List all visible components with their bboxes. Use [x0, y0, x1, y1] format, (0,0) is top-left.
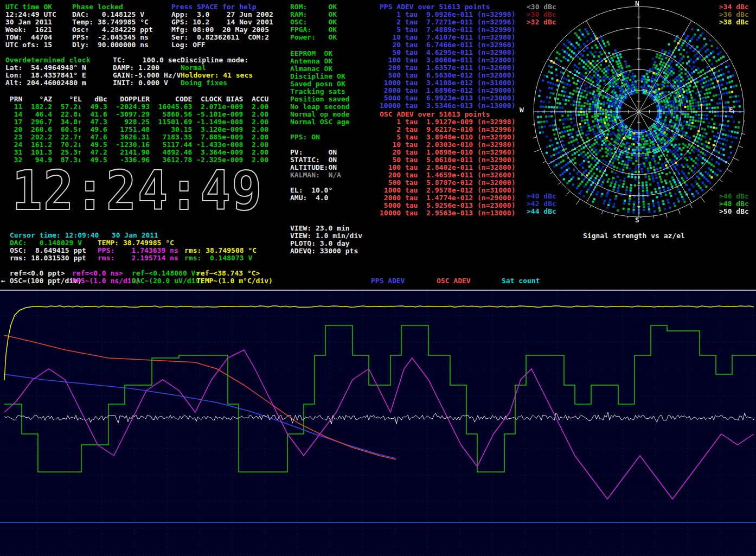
dbc-legend-item: >34 dBc [719, 3, 749, 11]
utc-line-0: 12:24:49 UTC [5, 11, 56, 18]
phase-header: Phase locked [72, 3, 153, 11]
sat-row: 31 101.3 25.3↑ 47.2 2141.90 4892.46 3.36… [5, 149, 268, 156]
adev-row: 500 tau 6.5630e-012 (n=32000) [380, 72, 515, 79]
cursor-readout-segment: rms: 38.749508 °C [184, 247, 257, 254]
gpsstat-line-7: No leap second [290, 103, 350, 111]
discipline-line-1: Holdover: 41 secs [181, 72, 253, 79]
ref-label-segment: DAC~(20.0 uV/div) [132, 277, 204, 285]
dbc-legend-bl: >40 dBc>42 dBc>44 dBc [527, 193, 556, 215]
osc-adev-title: OSC ADEV over 51613 points [380, 111, 515, 118]
ref-label-segment: OSC ADEV [437, 277, 471, 285]
adev-row: 50 tau 4.6295e-011 (n=32900) [380, 49, 515, 56]
loop-line-2: GAIN:-5.000 Hz/V [113, 72, 181, 79]
adev-row: 2000 tau 1.6896e-012 (n=29000) [380, 87, 515, 94]
gpsstat-line-2: Almanac OK [290, 65, 350, 73]
ppson-block: PPS: ON [290, 133, 320, 141]
gpsstat-line-5: Tracking sats [290, 88, 350, 95]
utc-line-1: 30 Jan 2011 [5, 18, 56, 26]
history-plot-svg [0, 289, 756, 556]
loop-line-1: DAMP: 1.200 [113, 64, 181, 72]
osc-adev-list: OSC ADEV over 51613 points 1 tau 1.9127e… [380, 111, 515, 217]
dbc-legend-tl: <30 dBc>30 dBc>32 dBc [527, 3, 556, 26]
phase-line-2: Osc↑ 4.284229 ppt [72, 26, 153, 34]
adev-row: 1000 tau 3.4108e-012 (n=31000) [380, 79, 515, 87]
compass-west-label: W [520, 106, 524, 114]
ref-label-segment: ref=<0.0 ns> [72, 270, 123, 277]
flags-block: PV: ONSTATIC: ONALTITUDE:ONKALMAN: N/A [290, 149, 341, 179]
ref-label-segment: PPS ADEV [371, 277, 405, 285]
cursor-readout-segment: OSC: 8.649415 ppt [10, 247, 86, 254]
elamu-block: EL: 10.0°AMU: 4.0 [290, 187, 332, 202]
adev-row: 200 tau 1.4659e-011 (n=32600) [380, 171, 515, 179]
adev-row: 1000 tau 2.9578e-012 (n=31000) [380, 187, 515, 194]
compass-east-label: E [729, 106, 733, 114]
dbc-legend-item: >46 dBc [719, 193, 749, 200]
gpsstat-line-1: Antenna OK [290, 57, 350, 65]
devstat-line-0: ROM: OK [290, 3, 337, 11]
cursor-readout-segment: rms: 0.148073 V [184, 254, 252, 262]
dbc-legend-item: >38 dBc [719, 18, 749, 26]
dbc-legend-item: >42 dBc [527, 200, 556, 208]
adev-row: 2000 tau 1.4774e-012 (n=29000) [380, 194, 515, 202]
plot-background [0, 289, 756, 556]
adev-row: 500 tau 5.8787e-012 (n=32000) [380, 179, 515, 187]
odclock-line-0: Lat: 54.4964948° N [5, 64, 91, 72]
sat-table-header: PRN °AZ °EL dBc DOPPLER CODE CLOCK BIAS … [5, 95, 268, 103]
ref-label-segment: TEMP~(1.0 m°C/div) [196, 277, 273, 285]
flags-line-1: STATIC: ON [290, 156, 341, 164]
sat-row: 20 260.6 60.5↑ 49.6 1751.48 30.15 3.120e… [5, 126, 268, 133]
adev-row: 5 tau 7.4889e-011 (n=32990) [380, 26, 515, 34]
lady-heather-screen: UTC time OK12:24:49 UTC30 Jan 2011Week: … [0, 0, 756, 556]
odclock-block: Overdetermined clockLat: 54.4964948° NLo… [5, 56, 91, 87]
utc-line-4: UTC ofs: 15 [5, 41, 56, 49]
view-block: VIEW: 23.0 minVIEW: 1.0 min/divPLOTQ: 3.… [290, 225, 362, 255]
devstat-line-3: FPGA: OK [290, 26, 337, 34]
discipline-line-2: Doing fixes [181, 79, 253, 87]
ppson-line-0: PPS: ON [290, 133, 320, 141]
phase-line-3: PPS↑ -2.045345 ns [72, 34, 153, 41]
odclock-line-1: Lon: 18.4337841° E [5, 72, 91, 79]
cursor-readout-segment: DAC: 0.148029 V [10, 239, 82, 247]
utc-line-3: TOW: 44704 [5, 34, 56, 41]
phase-line-4: Dly: 90.000000 ns [72, 41, 153, 49]
adev-row: 2 tau 9.6217e-010 (n=32996) [380, 126, 515, 133]
utc-header: UTC time OK [5, 3, 56, 11]
cursor-readout-segment: TEMP: 38.749985 °C [98, 239, 174, 247]
adev-row: 10000 tau 2.9563e-013 (n=13000) [380, 209, 515, 217]
odclock-line-2: Alt: 204.46002480 m [5, 79, 91, 87]
adev-row: 20 tau 6.7466e-011 (n=32960) [380, 41, 515, 49]
adev-row: 100 tau 2.8402e-011 (n=32800) [380, 164, 515, 171]
ref-label-segment: ref~<0.148060 V> [132, 270, 200, 277]
adev-row: 1 tau 9.0926e-011 (n=32998) [380, 11, 515, 18]
phase-line-1: Temp: 38.749985 °C [72, 18, 153, 26]
gpsstat-line-9: Normal OSC age [290, 118, 350, 126]
compass-south-label: S [635, 216, 639, 224]
history-plot-area[interactable] [0, 289, 756, 556]
signal-strength-polar-map [533, 5, 745, 218]
gpsstat-line-3: Discipline OK [290, 73, 350, 80]
discipline-header: Discipline mode: [181, 56, 253, 64]
cursor-readout-segment: rms: 18.031530 ppt [10, 254, 86, 262]
help-line-3: Ser: 0.82362611 COM:2 [171, 34, 273, 41]
loop-block: TC: 100.0 secDAMP: 1.200GAIN:-5.000 Hz/V… [113, 56, 181, 87]
adev-row: 100 tau 3.0060e-011 (n=32800) [380, 56, 515, 64]
utc-line-2: Week: 1621 [5, 26, 56, 34]
discipline-line-0: Normal [181, 64, 253, 72]
sat-row: 11 182.2 57.2↓ 49.3 -2024.93 16045.63 2.… [5, 103, 268, 111]
adev-row: 5000 tau 5.9256e-013 (n=23000) [380, 202, 515, 209]
dbc-legend-item: >40 dBc [527, 193, 556, 200]
gpsstat-line-8: Normal op mode [290, 111, 350, 118]
gpsstat-block: EEPROM OKAntenna OKAlmanac OKDiscipline … [290, 50, 350, 126]
devstat-block: ROM: OKRAM: OKOSC: OKFPGA: OKPower: OK [290, 3, 337, 41]
utc-block: UTC time OK12:24:49 UTC30 Jan 2011Week: … [5, 3, 56, 49]
cursor-readout-segment: PPS: 1.743639 ns [98, 247, 178, 254]
flags-line-0: PV: ON [290, 149, 341, 156]
adev-row: 1 tau 1.9127e-009 (n=32998) [380, 118, 515, 126]
sat-row: 14 46.4 22.8↓ 41.6 -3097.29 5860.56 -5.1… [5, 111, 268, 118]
devstat-line-2: OSC: OK [290, 18, 337, 26]
adev-row: 10 tau 2.0303e-010 (n=32980) [380, 141, 515, 149]
sat-row: 23 202.2 22.7↑ 47.6 3626.31 7183.35 7.88… [5, 133, 268, 141]
satellite-table: PRN °AZ °EL dBc DOPPLER CODE CLOCK BIAS … [5, 95, 268, 164]
sat-row: 17 296.7 34.8↑ 47.3 928.25 11501.69 -1.1… [5, 118, 268, 126]
ref-label-segment: Sat count [502, 277, 540, 285]
